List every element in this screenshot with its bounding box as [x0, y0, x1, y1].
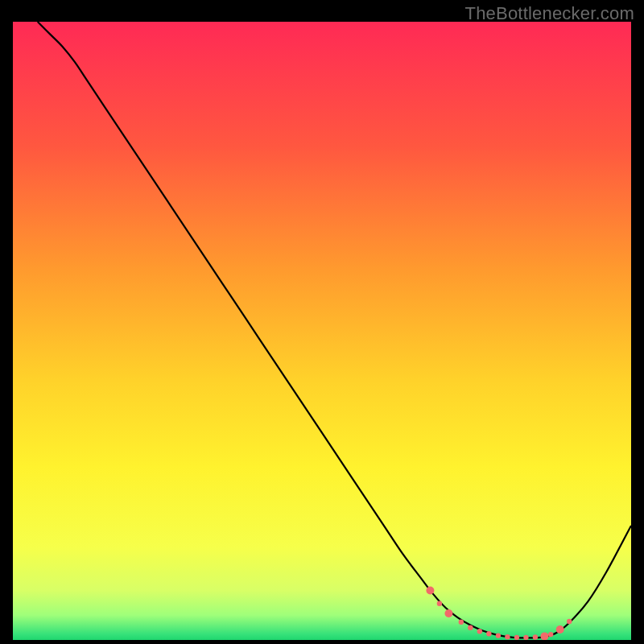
marker-dot [505, 634, 510, 639]
marker-dot [567, 619, 572, 624]
gradient-background [13, 22, 631, 640]
bottleneck-chart [13, 22, 631, 640]
marker-dot [477, 629, 482, 634]
marker-dot [496, 633, 501, 638]
marker-dot [459, 620, 464, 625]
marker-dot [548, 632, 553, 637]
marker-dot [556, 625, 564, 634]
marker-dot [540, 632, 548, 640]
marker-dot [514, 635, 519, 640]
marker-dot [533, 634, 538, 639]
marker-dot [437, 601, 442, 605]
marker-dot [523, 635, 528, 640]
marker-dot [486, 631, 491, 636]
marker-dot [468, 625, 473, 630]
marker-dot [426, 587, 434, 595]
chart-plot-area [13, 22, 631, 640]
marker-dot [444, 609, 452, 617]
